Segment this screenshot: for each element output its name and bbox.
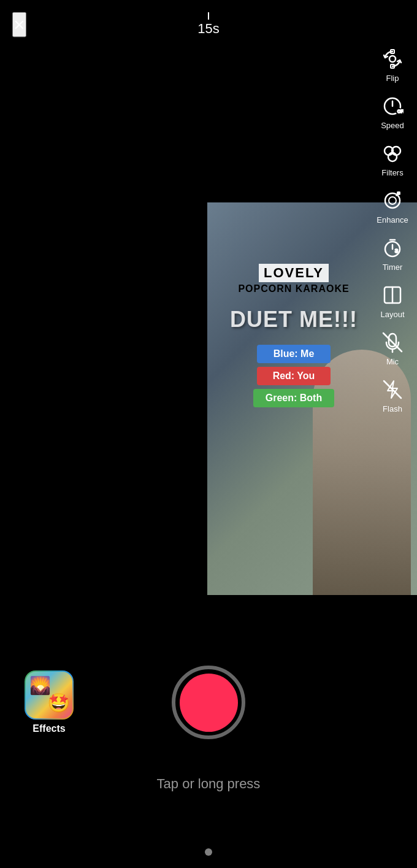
bottom-area: 🌄 🤩 Effects Tap or long press xyxy=(0,629,417,868)
video-duet-text: DUET ME!!! xyxy=(213,307,374,332)
flip-label: Flip xyxy=(386,74,399,83)
enhance-icon xyxy=(379,187,406,214)
timer-icon: 3 xyxy=(379,234,406,261)
effects-icon-inner: 🌄 🤩 xyxy=(26,672,72,718)
effects-icon: 🌄 🤩 xyxy=(25,670,74,720)
enhance-label: Enhance xyxy=(377,215,408,225)
svg-text:3: 3 xyxy=(395,248,398,254)
svg-point-0 xyxy=(389,56,396,62)
svg-point-10 xyxy=(389,197,396,204)
filters-label: Filters xyxy=(381,168,403,177)
filters-icon xyxy=(379,140,406,167)
video-title-line1: LOVELY xyxy=(259,264,329,282)
flash-icon xyxy=(379,376,406,403)
mic-label: Mic xyxy=(386,357,399,366)
effects-emoji-icon: 🤩 xyxy=(47,692,70,713)
effects-label: Effects xyxy=(33,723,65,734)
color-badges: Blue: Me Red: You Green: Both xyxy=(213,345,374,407)
svg-rect-9 xyxy=(385,193,400,208)
close-button[interactable]: × xyxy=(12,12,26,37)
timer-control[interactable]: 3 Timer xyxy=(379,232,406,274)
flip-control[interactable]: Flip xyxy=(379,43,406,85)
timer-label: Timer xyxy=(383,263,403,272)
video-text-overlay: LOVELY POPCORN KARAOKE DUET ME!!! Blue: … xyxy=(213,264,374,407)
top-bar: × 15s xyxy=(0,0,417,49)
bottom-controls: 🌄 🤩 Effects xyxy=(0,629,417,751)
right-sidebar: Flip OFF Speed Filters xyxy=(368,43,417,416)
timer-text: 15s xyxy=(197,21,219,37)
filters-control[interactable]: Filters xyxy=(379,137,406,180)
timer-display: 15s xyxy=(197,12,219,37)
layout-icon xyxy=(379,282,406,309)
flip-icon xyxy=(379,45,406,72)
flash-control[interactable]: Flash xyxy=(379,374,406,416)
badge-red: Red: You xyxy=(257,367,331,385)
speed-control[interactable]: OFF Speed xyxy=(379,90,406,133)
effects-button[interactable]: 🌄 🤩 Effects xyxy=(25,670,74,734)
record-button[interactable] xyxy=(172,666,245,739)
tap-instruction: Tap or long press xyxy=(157,776,261,792)
badge-blue: Blue: Me xyxy=(257,345,331,363)
layout-control[interactable]: Layout xyxy=(379,279,406,321)
layout-label: Layout xyxy=(380,310,404,319)
record-button-inner xyxy=(180,674,238,732)
mic-control[interactable]: Mic xyxy=(379,326,406,369)
home-indicator xyxy=(205,848,212,856)
speed-icon: OFF xyxy=(379,93,406,120)
timer-line xyxy=(208,12,209,20)
enhance-control[interactable]: Enhance xyxy=(377,185,408,227)
left-panel xyxy=(0,0,207,629)
video-title-line2: POPCORN KARAOKE xyxy=(213,283,374,294)
mic-icon xyxy=(379,329,406,356)
badge-green: Green: Both xyxy=(253,389,334,407)
flash-label: Flash xyxy=(383,404,402,413)
svg-text:OFF: OFF xyxy=(397,109,404,113)
speed-label: Speed xyxy=(381,121,404,130)
